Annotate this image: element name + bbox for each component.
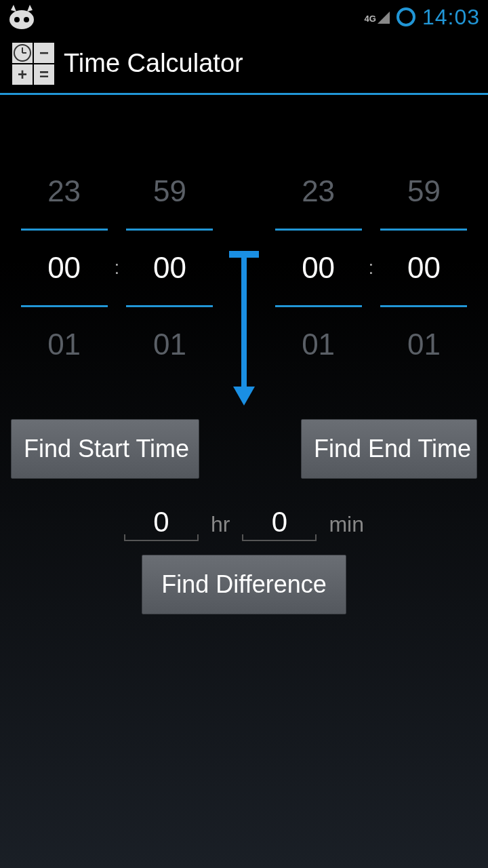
picker-next: 01	[380, 307, 467, 382]
svg-point-1	[14, 17, 20, 22]
colon-separator: :	[369, 257, 374, 279]
svg-marker-8	[233, 387, 255, 406]
network-label: 4G	[365, 14, 376, 24]
find-start-time-button[interactable]: Find Start Time	[11, 419, 199, 479]
end-minute-picker[interactable]: 59 00 01	[380, 154, 467, 382]
arrow-down-icon	[226, 251, 262, 407]
svg-point-2	[24, 17, 29, 22]
status-left	[8, 5, 35, 29]
picker-prev: 23	[21, 154, 108, 229]
network-indicator: 4G	[365, 10, 390, 24]
colon-separator: :	[115, 257, 120, 279]
picker-current[interactable]: 00	[380, 229, 467, 307]
status-right: 4G 14:03	[365, 5, 480, 30]
picker-next: 01	[21, 307, 108, 382]
start-minute-picker[interactable]: 59 00 01	[126, 154, 213, 382]
find-end-time-button[interactable]: Find End Time	[301, 419, 477, 479]
diff-minutes-value[interactable]: 0	[242, 506, 317, 541]
app-title: Time Calculator	[64, 49, 243, 78]
signal-icon	[378, 12, 390, 24]
svg-rect-7	[241, 251, 247, 393]
picker-current[interactable]: 00	[126, 229, 213, 307]
minus-cell: −	[34, 43, 54, 63]
find-buttons-row: Find Start Time Find End Time	[11, 419, 477, 479]
find-diff-wrap: Find Difference	[11, 555, 477, 614]
end-time-picker: 23 00 01 : 59 00 01	[265, 154, 477, 382]
diff-hours-input[interactable]: 0	[124, 506, 199, 541]
diff-minutes-input[interactable]: 0	[242, 506, 317, 541]
picker-current[interactable]: 00	[275, 229, 362, 307]
picker-next: 01	[275, 307, 362, 382]
picker-next: 01	[126, 307, 213, 382]
picker-prev: 59	[126, 154, 213, 229]
main-content: 23 00 01 : 59 00 01 23 00 01	[0, 95, 488, 614]
end-hour-picker[interactable]: 23 00 01	[275, 154, 362, 382]
status-bar: 4G 14:03	[0, 0, 488, 34]
time-pickers-row: 23 00 01 : 59 00 01 23 00 01	[11, 129, 477, 407]
equals-cell: =	[34, 64, 54, 85]
arrow-down	[223, 251, 265, 407]
picker-prev: 59	[380, 154, 467, 229]
plus-cell: +	[12, 64, 33, 85]
hr-label: hr	[211, 512, 230, 537]
start-hour-picker[interactable]: 23 00 01	[21, 154, 108, 382]
status-clock: 14:03	[422, 5, 480, 30]
difference-row: 0 hr 0 min	[11, 506, 477, 541]
cyanogenmod-icon	[8, 5, 35, 29]
start-time-picker: 23 00 01 : 59 00 01	[11, 154, 223, 382]
picker-current[interactable]: 00	[21, 229, 108, 307]
app-bar: − + = Time Calculator	[0, 34, 488, 95]
clock-icon	[12, 43, 33, 63]
diff-hours-value[interactable]: 0	[124, 506, 199, 541]
circle-icon	[396, 7, 415, 26]
svg-point-0	[9, 10, 34, 29]
min-label: min	[329, 512, 364, 537]
find-difference-button[interactable]: Find Difference	[142, 555, 346, 614]
picker-prev: 23	[275, 154, 362, 229]
app-icon: − + =	[12, 43, 54, 85]
